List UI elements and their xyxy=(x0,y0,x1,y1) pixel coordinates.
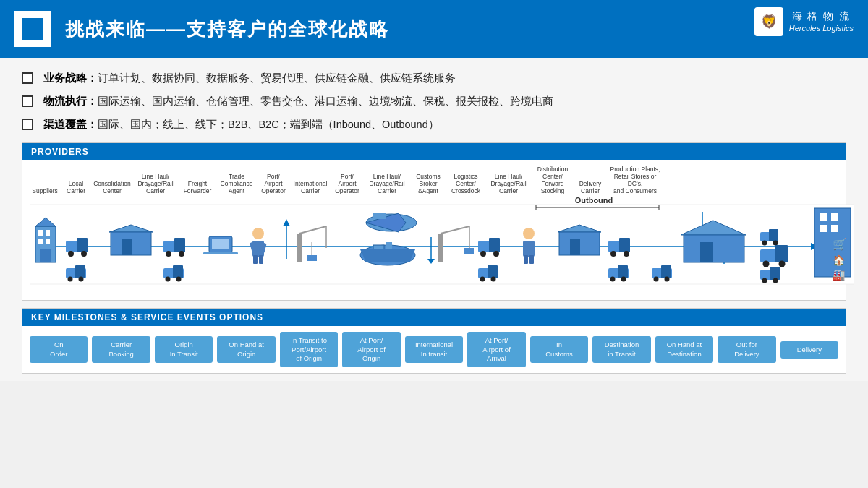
provider-label-port1: Port/AirportOperator xyxy=(257,174,290,194)
bullet-item-3: 渠道覆盖：国际、国内；线上、线下；B2B、B2C；端到端（Inbound、Out… xyxy=(22,117,846,133)
brand-cn: 海 格 物 流 xyxy=(789,9,854,24)
bullet-box-2 xyxy=(22,95,33,107)
svg-rect-9 xyxy=(38,239,43,244)
bullet-text-1: 业务战略：订单计划、数据协同、数据服务、贸易代理、供应链金融、供应链系统服务 xyxy=(43,71,456,87)
bullet-label-1: 业务战略： xyxy=(43,72,98,84)
bullet-box-3 xyxy=(22,119,33,130)
provider-label-logistics: LogisticsCenter/Crossdock xyxy=(446,174,485,194)
brand-icon: 🦁 xyxy=(754,7,783,36)
provider-label-production: Production Plants,Retail Stores or DC's,… xyxy=(607,166,663,194)
svg-point-67 xyxy=(624,251,629,257)
bullet-content-1: 订单计划、数据协同、数据服务、贸易代理、供应链金融、供应链系统服务 xyxy=(98,72,456,84)
svg-rect-100 xyxy=(488,265,498,278)
milestone-destination-transit: Destinationin Transit xyxy=(592,336,650,363)
svg-point-57 xyxy=(523,228,535,239)
svg-point-93 xyxy=(68,277,73,282)
svg-rect-8 xyxy=(46,230,50,236)
provider-label-trade: TradeComplianceAgent xyxy=(216,174,257,194)
svg-rect-76 xyxy=(769,229,778,241)
svg-rect-52 xyxy=(464,248,474,254)
milestone-intl-transit: InternationalIn transit xyxy=(405,336,463,363)
provider-label-linehaul3: Line Haul/Drayage/RailCarrier xyxy=(485,174,532,194)
bullet-content-2: 国际运输、国内运输、仓储管理、零售交仓、港口运输、边境物流、保税、报关报检、跨境… xyxy=(98,95,553,107)
svg-point-78 xyxy=(773,241,778,246)
svg-rect-42 xyxy=(373,213,386,219)
svg-point-56 xyxy=(493,251,499,257)
provider-label-freight: FreightForwarder xyxy=(179,181,216,195)
svg-point-106 xyxy=(621,277,626,282)
svg-point-66 xyxy=(610,251,616,257)
svg-rect-96 xyxy=(173,265,183,278)
bullet-text-2: 物流执行：国际运输、国内运输、仓储管理、零售交仓、港口运输、边境物流、保税、报关… xyxy=(43,94,553,110)
milestones-header: KEY MILESTONES & SERVICE EVENTS OPTIONS xyxy=(22,309,846,326)
provider-label-linehaul2: Line Haul/Drayage/RailCarrier xyxy=(364,174,410,194)
svg-rect-26 xyxy=(203,252,238,254)
svg-rect-74 xyxy=(700,242,713,262)
provider-label-port2: Port/AirportOperator xyxy=(331,174,364,194)
svg-rect-60 xyxy=(529,255,534,264)
svg-rect-85 xyxy=(831,213,838,221)
svg-rect-21 xyxy=(174,238,185,252)
milestone-customs: InCustoms xyxy=(530,336,588,363)
provider-label-intl: InternationalCarrier xyxy=(290,181,331,195)
provider-label-linehaul1: Line Haul/Drayage/RailCarrier xyxy=(132,174,179,194)
milestone-origin-transit: OriginIn Transit xyxy=(155,336,213,363)
brand: 🦁 海 格 物 流 Hercules Logistics xyxy=(754,7,854,36)
milestones-section: KEY MILESTONES & SERVICE EVENTS OPTIONS … xyxy=(22,308,846,374)
svg-rect-35 xyxy=(297,234,302,262)
svg-point-113 xyxy=(762,278,767,283)
svg-rect-19 xyxy=(122,239,132,255)
bullet-item-1: 业务战略：订单计划、数据协同、数据服务、贸易代理、供应链金融、供应链系统服务 xyxy=(22,71,846,87)
flow-diagram: Outbound xyxy=(30,197,838,291)
milestones-content: OnOrder CarrierBooking OriginIn Transit … xyxy=(22,326,846,373)
bullet-item-2: 物流执行：国际运输、国内运输、仓储管理、零售交仓、港口运输、边境物流、保税、报关… xyxy=(22,94,846,110)
provider-label-suppliers: Suppliers xyxy=(30,188,60,195)
milestone-on-hand-dest: On Hand atDestination xyxy=(655,336,713,363)
page-title: 挑战来临——支持客户的全球化战略 xyxy=(65,17,389,42)
svg-rect-32 xyxy=(259,255,263,264)
svg-rect-39 xyxy=(307,255,317,261)
milestone-at-port-origin: At Port/Airport ofOrigin xyxy=(342,332,400,367)
svg-rect-7 xyxy=(38,230,43,236)
provider-label-customs: CustomsBroker&Agent xyxy=(410,174,446,194)
milestone-in-transit-port: In Transit toPort/Airportof Origin xyxy=(280,332,338,367)
svg-rect-92 xyxy=(75,265,85,278)
svg-point-102 xyxy=(491,277,496,282)
provider-label-consolidation: ConsolidationCenter xyxy=(92,181,132,195)
svg-text:🛒: 🛒 xyxy=(833,237,847,251)
svg-rect-86 xyxy=(820,225,827,232)
provider-label-distribution: DistributionCenter/ForwardStocking xyxy=(532,166,574,194)
brand-en: Hercules Logistics xyxy=(789,23,854,34)
svg-rect-31 xyxy=(253,255,258,264)
milestone-on-order: OnOrder xyxy=(30,336,88,363)
svg-rect-87 xyxy=(831,225,838,232)
bullet-content-3: 国际、国内；线上、线下；B2B、B2C；端到端（Inbound、Outbound… xyxy=(98,119,439,130)
svg-point-109 xyxy=(654,277,659,282)
svg-point-98 xyxy=(176,277,182,282)
svg-rect-80 xyxy=(775,245,788,262)
svg-rect-84 xyxy=(820,213,827,221)
logo-box xyxy=(14,11,51,47)
svg-rect-25 xyxy=(212,239,229,249)
svg-rect-59 xyxy=(524,255,528,264)
logo-inner xyxy=(22,18,43,40)
providers-header: PROVIDERS xyxy=(22,143,846,160)
svg-point-97 xyxy=(166,277,171,282)
providers-content: Suppliers LocalCarrier ConsolidationCent… xyxy=(22,160,846,300)
bullet-label-3: 渠道覆盖： xyxy=(43,119,98,130)
bullet-text-3: 渠道覆盖：国际、国内；线上、线下；B2B、B2C；端到端（Inbound、Out… xyxy=(43,117,439,133)
svg-point-22 xyxy=(166,251,171,257)
svg-point-81 xyxy=(763,261,770,267)
svg-rect-104 xyxy=(618,265,628,278)
svg-rect-10 xyxy=(46,239,50,244)
header: 挑战来临——支持客户的全球化战略 🦁 海 格 物 流 Hercules Logi… xyxy=(0,0,868,58)
svg-rect-63 xyxy=(570,239,580,255)
svg-point-15 xyxy=(68,251,74,257)
provider-label-delivery: DeliveryCarrier xyxy=(574,181,607,195)
svg-rect-108 xyxy=(661,265,671,278)
svg-point-55 xyxy=(480,251,486,257)
bullets-section: 业务战略：订单计划、数据协同、数据服务、贸易代理、供应链金融、供应链系统服务 物… xyxy=(22,71,846,132)
outbound-label: Outbound xyxy=(575,197,613,205)
svg-rect-11 xyxy=(40,249,51,262)
bullet-label-2: 物流执行： xyxy=(43,95,98,107)
